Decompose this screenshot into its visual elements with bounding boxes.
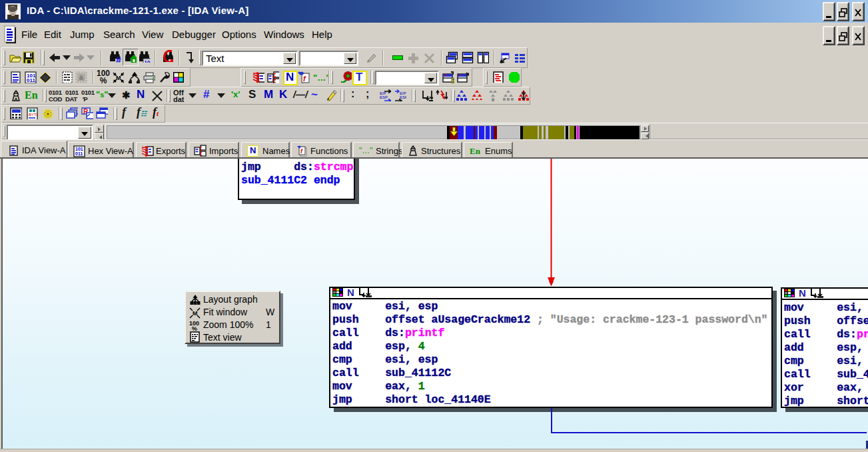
- svg-text:BYTE: BYTE: [29, 113, 38, 117]
- svg-text:#: #: [116, 55, 121, 63]
- svg-text:101: 101: [145, 59, 151, 63]
- svg-text:011: 011: [75, 151, 83, 156]
- svg-text:101: 101: [75, 147, 83, 151]
- svg-text:M: M: [116, 75, 121, 81]
- svg-text:ESP: ESP: [400, 95, 406, 99]
- svg-text:%: %: [192, 325, 197, 331]
- svg-text:011: 011: [27, 77, 35, 83]
- svg-text:M: M: [193, 310, 198, 317]
- svg-text:ESP: ESP: [380, 95, 388, 99]
